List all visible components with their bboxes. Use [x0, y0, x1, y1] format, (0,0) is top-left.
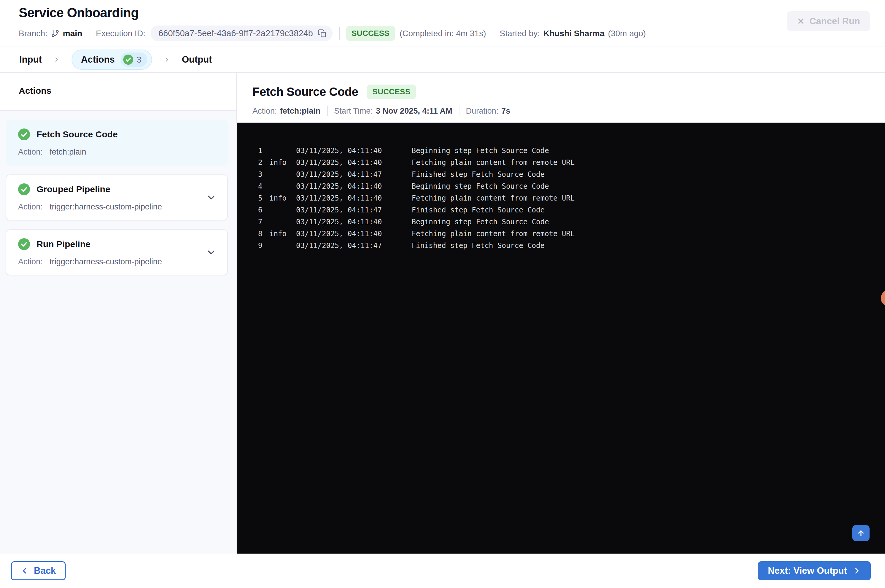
log-line-level: [269, 240, 296, 252]
log-line-level: [269, 216, 296, 228]
git-branch-icon: [51, 29, 59, 38]
log-line-number: 3: [258, 168, 269, 180]
sidebar-heading: Actions: [0, 73, 236, 111]
log-line-message: Beginning step Fetch Source Code: [412, 145, 549, 157]
branch-name: main: [63, 29, 82, 38]
action-card[interactable]: Run Pipeline Action: trigger:harness-cus…: [6, 230, 228, 275]
log-line-timestamp: 03/11/2025, 04:11:40: [296, 145, 412, 157]
log-line: 8 info 03/11/2025, 04:11:40 Fetching pla…: [258, 228, 885, 240]
log-lines: 1 03/11/2025, 04:11:40 Beginning step Fe…: [258, 145, 885, 252]
log-line-number: 2: [258, 157, 269, 168]
log-line: 1 03/11/2025, 04:11:40 Beginning step Fe…: [258, 145, 885, 157]
action-card-action-row: Action: trigger:harness-custom-pipeline: [18, 202, 215, 212]
action-card-action-value: trigger:harness-custom-pipeline: [50, 202, 162, 211]
step-detail-panel: Fetch Source Code SUCCESS Action: fetch:…: [237, 73, 885, 554]
divider: [327, 106, 328, 116]
chevron-right-icon: [53, 56, 60, 63]
actions-sidebar: Actions Fetch Source Code Action: fetch:…: [0, 73, 237, 554]
next-view-output-button[interactable]: Next: View Output: [758, 561, 871, 580]
log-line-message: Fetching plain content from remote URL: [412, 192, 575, 204]
check-circle-icon: [123, 55, 133, 64]
check-circle-icon: [18, 129, 30, 140]
check-circle-icon: [18, 183, 30, 195]
content-area: Actions Fetch Source Code Action: fetch:…: [0, 73, 885, 554]
tab-input[interactable]: Input: [19, 54, 42, 65]
action-card-title-row: Run Pipeline: [18, 238, 215, 250]
action-card-action-row: Action: fetch:plain: [18, 147, 215, 157]
step-duration-label: Duration:: [466, 106, 499, 116]
execution-id-pill: 660f50a7-5eef-43a6-9ff7-2a2179c3824b: [151, 26, 332, 41]
log-line-level: [269, 180, 296, 192]
execution-id-label: Execution ID:: [96, 29, 146, 38]
step-detail-header: Fetch Source Code SUCCESS Action: fetch:…: [237, 73, 885, 122]
chevron-down-icon[interactable]: [206, 247, 217, 258]
step-start-label: Start Time:: [334, 106, 373, 116]
status-badge: SUCCESS: [346, 26, 395, 40]
log-line-timestamp: 03/11/2025, 04:11:40: [296, 180, 412, 192]
started-ago: (30m ago): [608, 29, 646, 38]
log-line-message: Finished step Fetch Source Code: [412, 204, 545, 216]
log-line-timestamp: 03/11/2025, 04:11:40: [296, 192, 412, 204]
step-duration-value: 7s: [501, 106, 510, 116]
action-card-title-row: Grouped Pipeline: [18, 183, 215, 195]
log-line: 6 03/11/2025, 04:11:47 Finished step Fet…: [258, 204, 885, 216]
step-meta-row: Action: fetch:plain Start Time: 3 Nov 20…: [253, 106, 885, 116]
action-label: Action:: [18, 202, 43, 211]
tab-actions-count-badge: 3: [120, 52, 147, 67]
log-line-number: 1: [258, 145, 269, 157]
log-line-message: Beginning step Fetch Source Code: [412, 180, 549, 192]
log-line-number: 7: [258, 216, 269, 228]
copy-icon[interactable]: [318, 29, 327, 38]
log-line-timestamp: 03/11/2025, 04:11:47: [296, 168, 412, 180]
cancel-run-button[interactable]: ✕ Cancel Run: [787, 11, 870, 31]
log-line-level: info: [269, 157, 296, 168]
action-card-title-row: Fetch Source Code: [18, 129, 215, 140]
back-button[interactable]: Back: [11, 561, 66, 580]
check-circle-icon: [18, 238, 30, 250]
log-line: 3 03/11/2025, 04:11:47 Finished step Fet…: [258, 168, 885, 180]
action-card-action-row: Action: trigger:harness-custom-pipeline: [18, 257, 215, 266]
divider: [493, 27, 493, 40]
action-card[interactable]: Fetch Source Code Action: fetch:plain: [6, 120, 228, 165]
step-tabbar: Input Actions 3 Output: [0, 46, 885, 73]
log-line-message: Beginning step Fetch Source Code: [412, 216, 549, 228]
divider: [89, 27, 89, 40]
branch-label: Branch:: [19, 29, 48, 38]
log-line-timestamp: 03/11/2025, 04:11:40: [296, 157, 412, 168]
divider: [459, 106, 459, 116]
log-line-timestamp: 03/11/2025, 04:11:40: [296, 228, 412, 240]
arrow-up-icon: [856, 529, 865, 538]
log-line-timestamp: 03/11/2025, 04:11:40: [296, 216, 412, 228]
started-by-label: Started by:: [500, 29, 540, 38]
action-card[interactable]: Grouped Pipeline Action: trigger:harness…: [6, 174, 228, 220]
tab-actions[interactable]: Actions 3: [72, 50, 152, 70]
chevron-down-icon[interactable]: [206, 192, 217, 203]
cancel-run-label: Cancel Run: [809, 16, 860, 27]
completed-in-note: (Completed in: 4m 31s): [400, 29, 486, 38]
log-line: 2 info 03/11/2025, 04:11:40 Fetching pla…: [258, 157, 885, 168]
close-icon: ✕: [797, 16, 805, 26]
log-line-number: 8: [258, 228, 269, 240]
log-line-level: [269, 168, 296, 180]
started-by-name: Khushi Sharma: [543, 29, 604, 38]
chevron-right-icon: [853, 567, 861, 574]
step-title: Fetch Source Code: [253, 85, 358, 99]
log-line-level: info: [269, 228, 296, 240]
scroll-to-top-button[interactable]: [852, 525, 870, 541]
log-line-message: Finished step Fetch Source Code: [412, 240, 545, 252]
log-line: 4 03/11/2025, 04:11:40 Beginning step Fe…: [258, 180, 885, 192]
wizard-footer: Back Next: View Output: [0, 554, 885, 588]
action-card-title: Grouped Pipeline: [36, 184, 110, 194]
chevron-right-icon: [163, 56, 170, 63]
action-label: Action:: [18, 257, 43, 266]
divider: [339, 27, 340, 40]
log-line-message: Fetching plain content from remote URL: [412, 228, 575, 240]
execution-meta-row: Branch: main Execution ID: 660f50a7-5eef…: [19, 26, 885, 41]
tab-output[interactable]: Output: [182, 54, 212, 65]
action-card-title: Fetch Source Code: [36, 129, 117, 140]
page-header: Service Onboarding Branch: main Executio…: [0, 0, 885, 46]
tab-actions-count: 3: [136, 55, 141, 64]
log-viewer[interactable]: 1 03/11/2025, 04:11:40 Beginning step Fe…: [237, 122, 885, 554]
log-line-number: 4: [258, 180, 269, 192]
action-card-list: Fetch Source Code Action: fetch:plain Gr…: [0, 111, 236, 554]
